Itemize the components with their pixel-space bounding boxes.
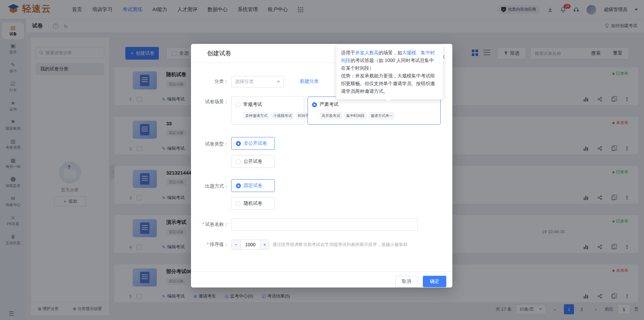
paper-name-input[interactable]	[231, 218, 417, 231]
scenario-card[interactable]: 严肃考试 高并发考试集中时间段邀请方式单一	[308, 97, 441, 125]
radio-option-button[interactable]: 固定试卷	[231, 179, 275, 192]
radio-icon[interactable]	[236, 159, 241, 164]
scenario-tag: 邀请方式单一	[369, 112, 395, 120]
scenario-field-label: 试卷场景：	[191, 99, 229, 105]
paper-name-field-label: *试卷名称：	[191, 221, 229, 228]
scenario-tag: 集中时间段	[344, 112, 367, 120]
sort-field-label: *排序值：	[191, 242, 229, 248]
scenario-tag: 小规模考试	[271, 112, 294, 120]
confirm-button[interactable]: 确定	[423, 276, 446, 287]
radio-option-button[interactable]: 非公开试卷	[231, 137, 275, 150]
scenario-tag: 高并发考试	[320, 112, 342, 120]
question-mode-field-label: 出题方式：	[191, 183, 229, 189]
radio-icon[interactable]	[312, 102, 317, 107]
modal-footer: 取消 确定	[191, 271, 452, 287]
radio-icon[interactable]	[236, 183, 241, 188]
sort-hint-text: 通过排序值调整当前考试在学员端考试列表的展示排序，值越小越靠前	[272, 242, 407, 248]
stepper-minus-button[interactable]: −	[232, 240, 240, 249]
scenario-card[interactable]: 常规考试 多种邀请方式小规模考试时间不固定	[231, 97, 304, 125]
category-select[interactable]: 选择分类	[231, 76, 284, 87]
sort-value-input[interactable]	[240, 240, 260, 249]
scenario-tooltip: 适用于并发人数高的场景，如大规模、集中时间段的考试答题（如 1000 人同时考试…	[336, 45, 443, 100]
radio-option-button[interactable]: 公开试卷	[231, 155, 275, 168]
chevron-down-icon	[277, 81, 280, 83]
sort-stepper: − +	[231, 240, 269, 250]
new-category-link[interactable]: 新建分类	[300, 78, 319, 84]
radio-icon[interactable]	[236, 141, 241, 146]
stepper-plus-button[interactable]: +	[260, 240, 269, 249]
scenario-tag: 多种邀请方式	[243, 112, 269, 120]
paper-type-field-label: 试卷类型：	[191, 141, 229, 147]
tooltip-line: 优势：并发承载能力更强，大规模集中考试组织更顺畅。但仅支持单个邀请学员、按组织邀…	[341, 72, 438, 95]
radio-option-button[interactable]: 随机试卷	[231, 197, 275, 210]
radio-icon[interactable]	[236, 201, 241, 206]
category-select-placeholder: 选择分类	[235, 79, 254, 85]
radio-icon[interactable]	[236, 102, 241, 107]
cancel-button[interactable]: 取消	[395, 276, 417, 287]
category-field-label: 分类：	[191, 78, 229, 84]
tooltip-link[interactable]: 并发人数高	[355, 50, 379, 55]
modal-title: 创建试卷	[207, 49, 231, 57]
tooltip-line: 适用于并发人数高的场景，如大规模、集中时间段的考试答题（如 1000 人同时考试…	[341, 49, 438, 72]
